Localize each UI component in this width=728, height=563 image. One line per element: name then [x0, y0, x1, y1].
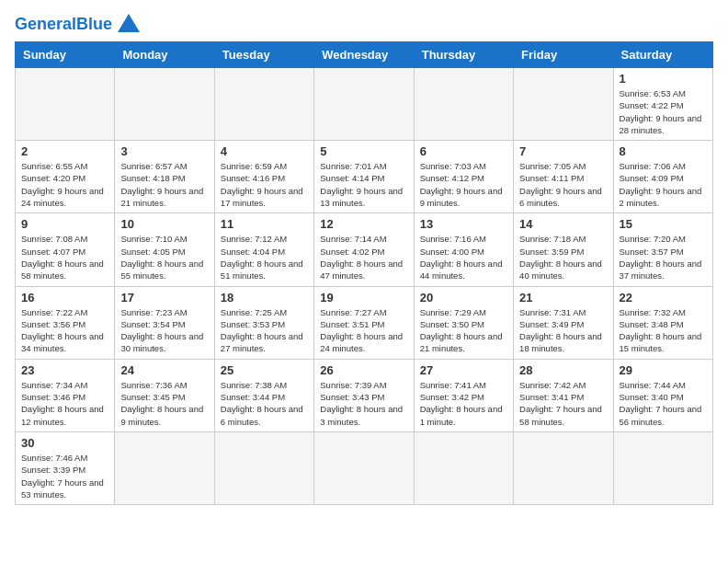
day-info: Sunrise: 7:38 AM Sunset: 3:44 PM Dayligh… [221, 379, 308, 428]
calendar-cell: 9Sunrise: 7:08 AM Sunset: 4:07 PM Daylig… [16, 213, 115, 286]
day-number: 30 [21, 436, 108, 450]
day-info: Sunrise: 7:08 AM Sunset: 4:07 PM Dayligh… [21, 233, 108, 282]
day-info: Sunrise: 7:29 AM Sunset: 3:50 PM Dayligh… [420, 306, 507, 355]
calendar-cell: 28Sunrise: 7:42 AM Sunset: 3:41 PM Dayli… [514, 359, 613, 431]
col-header-saturday: Saturday [613, 42, 712, 68]
day-info: Sunrise: 7:44 AM Sunset: 3:40 PM Dayligh… [620, 379, 707, 428]
calendar-cell: 1Sunrise: 6:53 AM Sunset: 4:22 PM Daylig… [613, 68, 712, 141]
day-info: Sunrise: 7:25 AM Sunset: 3:53 PM Dayligh… [221, 306, 308, 355]
day-number: 21 [519, 291, 607, 304]
logo-text: GeneralBlue [15, 15, 112, 34]
day-number: 9 [21, 217, 108, 231]
calendar-cell: 29Sunrise: 7:44 AM Sunset: 3:40 PM Dayli… [613, 359, 712, 431]
calendar-cell: 15Sunrise: 7:20 AM Sunset: 3:57 PM Dayli… [613, 213, 712, 286]
calendar-cell: 22Sunrise: 7:32 AM Sunset: 3:48 PM Dayli… [613, 286, 712, 359]
calendar-cell: 26Sunrise: 7:39 AM Sunset: 3:43 PM Dayli… [314, 359, 414, 431]
day-info: Sunrise: 7:27 AM Sunset: 3:51 PM Dayligh… [320, 306, 407, 355]
calendar-week-1: 2Sunrise: 6:55 AM Sunset: 4:20 PM Daylig… [16, 141, 713, 213]
day-info: Sunrise: 7:16 AM Sunset: 4:00 PM Dayligh… [420, 233, 507, 282]
day-number: 11 [221, 217, 308, 231]
calendar-cell: 16Sunrise: 7:22 AM Sunset: 3:56 PM Dayli… [16, 286, 115, 359]
day-info: Sunrise: 7:22 AM Sunset: 3:56 PM Dayligh… [21, 306, 108, 355]
calendar-cell: 27Sunrise: 7:41 AM Sunset: 3:42 PM Dayli… [414, 359, 513, 431]
calendar-cell: 8Sunrise: 7:06 AM Sunset: 4:09 PM Daylig… [613, 141, 712, 213]
day-number: 22 [620, 291, 707, 304]
day-info: Sunrise: 6:59 AM Sunset: 4:16 PM Dayligh… [221, 160, 308, 209]
col-header-friday: Friday [514, 42, 613, 68]
calendar-cell: 3Sunrise: 6:57 AM Sunset: 4:18 PM Daylig… [115, 141, 214, 213]
calendar-cell [314, 68, 414, 141]
calendar-cell: 7Sunrise: 7:05 AM Sunset: 4:11 PM Daylig… [514, 141, 613, 213]
day-number: 12 [320, 217, 407, 231]
calendar-cell [414, 431, 513, 504]
col-header-monday: Monday [115, 42, 214, 68]
calendar-week-4: 23Sunrise: 7:34 AM Sunset: 3:46 PM Dayli… [16, 359, 713, 431]
calendar-cell [214, 68, 313, 141]
calendar-week-2: 9Sunrise: 7:08 AM Sunset: 4:07 PM Daylig… [16, 213, 713, 286]
day-number: 15 [620, 217, 707, 231]
calendar-cell: 30Sunrise: 7:46 AM Sunset: 3:39 PM Dayli… [16, 431, 115, 504]
day-info: Sunrise: 7:06 AM Sunset: 4:09 PM Dayligh… [620, 160, 707, 209]
day-info: Sunrise: 6:57 AM Sunset: 4:18 PM Dayligh… [120, 160, 208, 209]
logo-icon [116, 12, 142, 34]
calendar-cell: 13Sunrise: 7:16 AM Sunset: 4:00 PM Dayli… [414, 213, 513, 286]
calendar-cell [514, 68, 613, 141]
day-number: 24 [120, 363, 208, 377]
day-number: 5 [320, 144, 407, 158]
day-info: Sunrise: 7:32 AM Sunset: 3:48 PM Dayligh… [620, 306, 707, 355]
calendar-week-3: 16Sunrise: 7:22 AM Sunset: 3:56 PM Dayli… [16, 286, 713, 359]
day-number: 19 [320, 291, 407, 304]
day-info: Sunrise: 7:14 AM Sunset: 4:02 PM Dayligh… [320, 233, 407, 282]
logo-general: General [15, 15, 76, 33]
calendar-cell: 17Sunrise: 7:23 AM Sunset: 3:54 PM Dayli… [115, 286, 214, 359]
calendar-cell [214, 431, 313, 504]
calendar-cell: 23Sunrise: 7:34 AM Sunset: 3:46 PM Dayli… [16, 359, 115, 431]
day-info: Sunrise: 7:23 AM Sunset: 3:54 PM Dayligh… [120, 306, 208, 355]
calendar-week-0: 1Sunrise: 6:53 AM Sunset: 4:22 PM Daylig… [16, 68, 713, 141]
col-header-sunday: Sunday [16, 42, 115, 68]
day-info: Sunrise: 7:46 AM Sunset: 3:39 PM Dayligh… [21, 452, 108, 500]
day-number: 1 [620, 72, 707, 86]
day-number: 16 [21, 291, 108, 304]
day-info: Sunrise: 7:05 AM Sunset: 4:11 PM Dayligh… [519, 160, 607, 209]
day-info: Sunrise: 6:55 AM Sunset: 4:20 PM Dayligh… [21, 160, 108, 209]
day-number: 20 [420, 291, 507, 304]
calendar-cell: 19Sunrise: 7:27 AM Sunset: 3:51 PM Dayli… [314, 286, 414, 359]
calendar-cell [514, 431, 613, 504]
calendar-cell: 5Sunrise: 7:01 AM Sunset: 4:14 PM Daylig… [314, 141, 414, 213]
calendar-cell: 21Sunrise: 7:31 AM Sunset: 3:49 PM Dayli… [514, 286, 613, 359]
day-number: 6 [420, 144, 507, 158]
logo-blue: Blue [76, 15, 112, 33]
day-number: 10 [120, 217, 208, 231]
day-info: Sunrise: 7:36 AM Sunset: 3:45 PM Dayligh… [120, 379, 208, 428]
svg-marker-0 [118, 14, 140, 32]
day-number: 7 [519, 144, 607, 158]
day-info: Sunrise: 7:20 AM Sunset: 3:57 PM Dayligh… [620, 233, 707, 282]
calendar-cell: 14Sunrise: 7:18 AM Sunset: 3:59 PM Dayli… [514, 213, 613, 286]
calendar-cell: 24Sunrise: 7:36 AM Sunset: 3:45 PM Dayli… [115, 359, 214, 431]
day-number: 23 [21, 363, 108, 377]
col-header-tuesday: Tuesday [214, 42, 313, 68]
col-header-thursday: Thursday [414, 42, 513, 68]
day-info: Sunrise: 7:42 AM Sunset: 3:41 PM Dayligh… [519, 379, 607, 428]
day-number: 3 [120, 144, 208, 158]
day-number: 26 [320, 363, 407, 377]
calendar-cell: 10Sunrise: 7:10 AM Sunset: 4:05 PM Dayli… [115, 213, 214, 286]
day-info: Sunrise: 7:34 AM Sunset: 3:46 PM Dayligh… [21, 379, 108, 428]
day-number: 25 [221, 363, 308, 377]
calendar-week-5: 30Sunrise: 7:46 AM Sunset: 3:39 PM Dayli… [16, 431, 713, 504]
day-info: Sunrise: 7:31 AM Sunset: 3:49 PM Dayligh… [519, 306, 607, 355]
day-info: Sunrise: 7:01 AM Sunset: 4:14 PM Dayligh… [320, 160, 407, 209]
calendar-cell [16, 68, 115, 141]
calendar-cell: 12Sunrise: 7:14 AM Sunset: 4:02 PM Dayli… [314, 213, 414, 286]
calendar-cell: 6Sunrise: 7:03 AM Sunset: 4:12 PM Daylig… [414, 141, 513, 213]
day-number: 17 [120, 291, 208, 304]
day-number: 27 [420, 363, 507, 377]
calendar-cell [115, 431, 214, 504]
calendar-cell [613, 431, 712, 504]
calendar-cell [414, 68, 513, 141]
calendar-cell [115, 68, 214, 141]
day-info: Sunrise: 6:53 AM Sunset: 4:22 PM Dayligh… [620, 87, 707, 136]
day-info: Sunrise: 7:41 AM Sunset: 3:42 PM Dayligh… [420, 379, 507, 428]
day-number: 8 [620, 144, 707, 158]
